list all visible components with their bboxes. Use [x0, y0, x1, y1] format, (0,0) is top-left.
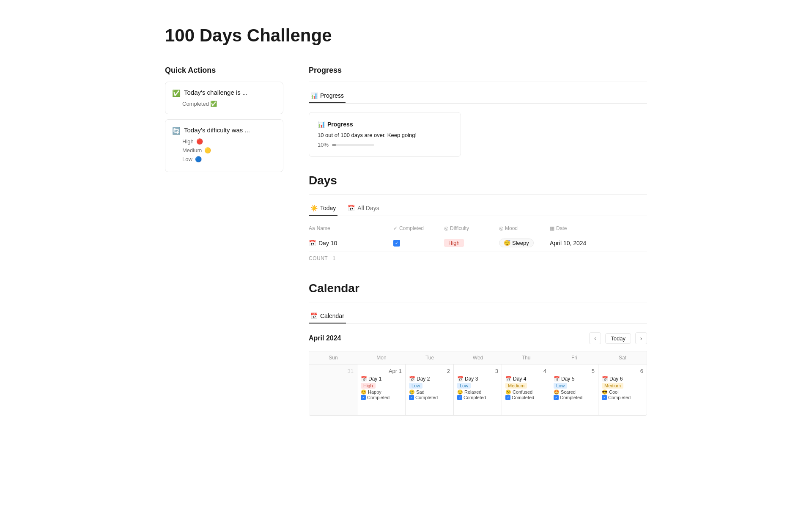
cal-date-apr1: Apr 1 — [361, 368, 402, 374]
calendar-next-button[interactable]: › — [635, 332, 647, 344]
progress-percent: 10% — [318, 142, 329, 148]
cal-cell-31: 31 — [309, 364, 357, 415]
progress-bar-track — [332, 144, 374, 146]
cal-day4-title: 📅 Day 4 — [505, 376, 546, 382]
cal-day5-name: Day 5 — [561, 376, 574, 382]
high-dot-icon: 🔴 — [196, 138, 203, 145]
completed-checkbox[interactable]: ✓ — [393, 240, 400, 247]
count-row: COUNT 1 — [309, 252, 647, 265]
cal-header-tue: Tue — [406, 351, 454, 364]
cal-date-4: 4 — [505, 368, 546, 374]
calendar-today-button[interactable]: Today — [605, 333, 631, 344]
days-tabs: ☀️ Today 📅 All Days — [309, 201, 647, 216]
challenge-check-icon: ✅ — [172, 89, 181, 97]
day-row-icon: 📅 — [309, 240, 316, 247]
cal-day5-completed: ✓ Completed — [554, 395, 595, 400]
cell-mood: 😴 Sleepy — [499, 238, 550, 247]
cal-entry-day3: 📅 Day 3 Low 😏 Relaxed ✓ Completed — [457, 376, 498, 400]
tab-progress[interactable]: 📊 Progress — [309, 89, 346, 103]
cal-day6-check: ✓ — [602, 395, 607, 400]
main-layout: Quick Actions ✅ Today's challenge is ...… — [165, 66, 647, 416]
cal-day2-completed: ✓ Completed — [409, 395, 450, 400]
calendar-prev-button[interactable]: ‹ — [589, 332, 601, 344]
cell-name: 📅 Day 10 — [309, 240, 393, 247]
calendar-grid: Sun Mon Tue Wed Thu Fri Sat 31 Apr 1 — [309, 351, 647, 416]
mood-icon: 😴 — [504, 240, 510, 246]
cal-day5-title: 📅 Day 5 — [554, 376, 595, 382]
progress-tab-label: Progress — [320, 92, 344, 99]
cal-header-fri: Fri — [550, 351, 598, 364]
quick-actions-column: Quick Actions ✅ Today's challenge is ...… — [165, 66, 283, 177]
calendar-tab-label: Calendar — [320, 312, 344, 319]
calendar-header: April 2024 ‹ Today › — [309, 332, 647, 344]
page-title: 100 Days Challenge — [165, 25, 647, 46]
cal-date-3: 3 — [457, 368, 498, 374]
difficulty-medium-item: Medium 🟡 — [182, 147, 276, 153]
table-header: Aa Name ✓ Completed ◎ Difficulty ◎ — [309, 223, 647, 234]
cal-day1-icon: 📅 — [361, 376, 367, 382]
calendar-section: Calendar 📅 Calendar April 2024 ‹ Today › — [309, 282, 647, 416]
difficulty-options: High 🔴 Medium 🟡 Low 🔵 — [172, 138, 276, 162]
cal-day5-difficulty: Low — [554, 383, 567, 389]
day-row-name: Day 10 — [318, 240, 337, 247]
difficulty-icon: 🔄 — [172, 127, 181, 135]
today-difficulty-card[interactable]: 🔄 Today's difficulty was ... High 🔴 Medi… — [165, 119, 283, 172]
cell-date: April 10, 2024 — [550, 240, 617, 247]
cell-completed: ✓ — [393, 240, 444, 247]
days-divider — [309, 194, 647, 195]
cal-header-wed: Wed — [454, 351, 502, 364]
cal-day1-mood: 😊 Happy — [361, 389, 402, 395]
cal-day4-icon: 📅 — [505, 376, 512, 382]
col-mood-header: ◎ Mood — [499, 225, 550, 231]
today-challenge-card[interactable]: ✅ Today's challenge is ... Completed ✅ — [165, 82, 283, 114]
col-date-icon: ▦ — [550, 225, 554, 231]
calendar-divider — [309, 302, 647, 302]
col-mood-label: Mood — [505, 225, 518, 231]
cal-day2-completed-label: Completed — [415, 395, 438, 400]
tab-all-days[interactable]: 📅 All Days — [346, 201, 381, 216]
row-date: April 10, 2024 — [550, 240, 586, 247]
cal-day3-mood: 😏 Relaxed — [457, 389, 498, 395]
count-label: COUNT — [309, 255, 328, 261]
cal-day1-name: Day 1 — [368, 376, 381, 382]
col-difficulty-header: ◎ Difficulty — [444, 225, 499, 231]
col-completed-header: ✓ Completed — [393, 225, 444, 231]
progress-card-title: 📊 Progress — [318, 121, 452, 128]
tab-calendar[interactable]: 📅 Calendar — [309, 309, 346, 323]
today-challenge-label: Today's challenge is ... — [184, 89, 247, 96]
difficulty-high-item: High 🔴 — [182, 138, 276, 145]
days-section: Days ☀️ Today 📅 All Days Aa — [309, 174, 647, 265]
difficulty-badge: High — [444, 239, 464, 247]
col-difficulty-icon: ◎ — [444, 225, 448, 231]
cal-day4-mood: 😕 Confused — [505, 389, 546, 395]
today-challenge-header: ✅ Today's challenge is ... — [172, 89, 276, 97]
cal-date-2: 2 — [409, 368, 450, 374]
cal-day5-completed-label: Completed — [560, 395, 582, 400]
cal-header-sat: Sat — [598, 351, 647, 364]
cal-day4-completed-label: Completed — [512, 395, 534, 400]
col-completed-icon: ✓ — [393, 225, 398, 231]
today-difficulty-header: 🔄 Today's difficulty was ... — [172, 126, 276, 135]
cal-day1-completed-label: Completed — [367, 395, 390, 400]
all-days-tab-icon: 📅 — [348, 205, 355, 211]
cal-day6-completed: ✓ Completed — [602, 395, 643, 400]
cal-day3-name: Day 3 — [465, 376, 478, 382]
progress-divider — [309, 82, 647, 82]
cal-day3-icon: 📅 — [457, 376, 464, 382]
cal-day6-title: 📅 Day 6 — [602, 376, 643, 382]
all-days-tab-label: All Days — [357, 205, 379, 211]
cal-day1-check: ✓ — [361, 395, 366, 400]
calendar-month: April 2024 — [309, 334, 341, 342]
page-container: 100 Days Challenge Quick Actions ✅ Today… — [131, 0, 681, 441]
cal-date-6: 6 — [602, 368, 643, 374]
cal-entry-day2: 📅 Day 2 Low 😢 Sad ✓ Completed — [409, 376, 450, 400]
count-value: 1 — [332, 255, 335, 261]
cal-day2-name: Day 2 — [417, 376, 430, 382]
progress-card-icon: 📊 — [318, 121, 325, 128]
mood-badge: 😴 Sleepy — [499, 238, 534, 247]
tab-today[interactable]: ☀️ Today — [309, 201, 337, 216]
col-completed-label: Completed — [399, 225, 424, 231]
cal-day4-check: ✓ — [505, 395, 510, 400]
cal-day4-difficulty: Medium — [505, 383, 527, 389]
progress-bar-fill — [332, 144, 336, 146]
